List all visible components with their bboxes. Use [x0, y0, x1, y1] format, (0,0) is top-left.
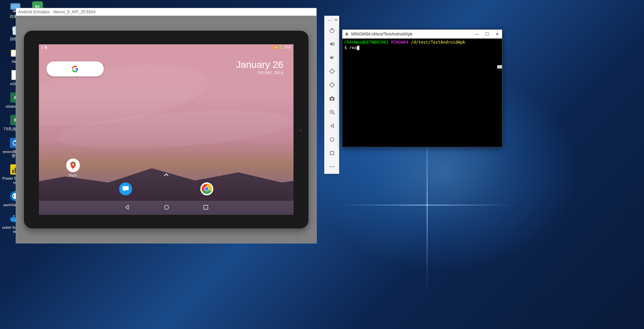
toolbar-volume-down-button[interactable]: [325, 51, 340, 64]
app-icon-maps[interactable]: Maps: [66, 159, 80, 177]
svg-rect-38: [330, 83, 334, 87]
terminal-line: $ rea: [344, 45, 500, 51]
date-main: January 26: [236, 59, 283, 70]
terminal-title: MINGW64:/d/test/TestAndroidApk: [351, 32, 474, 36]
svg-rect-28: [123, 186, 129, 190]
toolbar-close-button[interactable]: ✕: [334, 18, 338, 22]
svg-point-48: [330, 166, 331, 167]
tablet-screen[interactable]: ▯ ▮ 📶 🔋 3:53 January 26 FRIDAY, 2018: [39, 44, 294, 215]
svg-point-46: [330, 138, 334, 141]
toolbar-back-button[interactable]: [325, 119, 340, 133]
terminal-titlebar[interactable]: MINGW64:/d/test/TestAndroidApk — ☐ ✕: [342, 30, 502, 39]
svg-rect-47: [330, 151, 334, 155]
battery-icon: 🔋: [279, 45, 283, 49]
emulator-toolbar: — ✕: [324, 16, 339, 174]
signal-icon: 📶: [273, 45, 277, 49]
homescreen-dock: [39, 181, 294, 197]
nav-home-button[interactable]: [164, 205, 169, 211]
svg-rect-37: [330, 69, 334, 74]
app-label: Maps: [69, 174, 77, 177]
chrome-icon: [201, 183, 213, 195]
svg-point-33: [164, 205, 169, 209]
svg-rect-24: [13, 215, 15, 217]
toolbar-rotate-right-button[interactable]: [325, 78, 340, 92]
nav-back-button[interactable]: [124, 205, 130, 211]
toolbar-rotate-left-button[interactable]: [325, 64, 340, 78]
terminal-user: ChenWes@GETNB02061: [344, 40, 389, 45]
tablet-camera-icon: [300, 130, 302, 132]
status-time: 3:53: [284, 45, 291, 49]
date-sub: FRIDAY, 2018: [236, 71, 283, 75]
toolbar-zoom-button[interactable]: [325, 105, 340, 119]
toolbar-minimize-button[interactable]: —: [328, 18, 332, 22]
terminal-window: MINGW64:/d/test/TestAndroidApk — ☐ ✕ Che…: [342, 29, 502, 147]
terminal-line: ChenWes@GETNB02061 MINGW64 /d/test/TestA…: [344, 40, 500, 45]
toolbar-recents-button[interactable]: [325, 146, 340, 160]
svg-point-40: [331, 98, 333, 100]
terminal-close-button[interactable]: ✕: [495, 32, 500, 36]
android-navbar: [39, 201, 294, 215]
google-search-pill[interactable]: [46, 61, 104, 76]
sim-icon: ▮: [45, 45, 47, 49]
toolbar-volume-up-button[interactable]: [325, 37, 340, 51]
terminal-prompt: $: [344, 45, 347, 50]
google-logo-icon: [72, 65, 78, 72]
messages-icon: [122, 185, 129, 192]
dock-arrow-up-icon[interactable]: [163, 172, 169, 178]
terminal-scrollbar[interactable]: [497, 65, 502, 69]
emulator-window: Android Emulator - Nexus_9_API_25:5554 ▯…: [16, 8, 317, 243]
svg-point-50: [334, 166, 335, 167]
terminal-maximize-button[interactable]: ☐: [484, 32, 490, 36]
mingw-icon: [344, 32, 349, 36]
homescreen-date-widget[interactable]: January 26 FRIDAY, 2018: [236, 59, 283, 75]
sim-icon: ▯: [42, 45, 44, 49]
svg-rect-34: [204, 205, 208, 209]
terminal-command: rea: [349, 45, 357, 50]
nav-recents-button[interactable]: [203, 205, 208, 211]
terminal-path: /d/test/TestAndroidApk: [411, 40, 465, 45]
svg-point-32: [205, 187, 209, 191]
dock-app-chrome[interactable]: [200, 182, 213, 195]
emulator-window-title[interactable]: Android Emulator - Nexus_9_API_25:5554: [16, 8, 316, 16]
svg-rect-41: [331, 96, 333, 98]
tablet-frame: ▯ ▮ 📶 🔋 3:53 January 26 FRIDAY, 2018: [24, 31, 309, 228]
terminal-minimize-button[interactable]: —: [474, 32, 480, 36]
android-status-bar[interactable]: ▯ ▮ 📶 🔋 3:53: [39, 44, 294, 50]
terminal-body[interactable]: ChenWes@GETNB02061 MINGW64 /d/test/TestA…: [342, 39, 502, 52]
toolbar-more-button[interactable]: [325, 160, 340, 174]
dock-app-messages[interactable]: [119, 182, 132, 195]
toolbar-home-button[interactable]: [325, 133, 340, 146]
svg-point-49: [332, 166, 333, 167]
maps-icon: [66, 159, 80, 172]
terminal-mingw: MINGW64: [391, 40, 409, 45]
svg-rect-14: [12, 170, 14, 173]
toolbar-screenshot-button[interactable]: [325, 92, 340, 105]
terminal-cursor-icon: [357, 46, 359, 50]
toolbar-power-button[interactable]: [325, 24, 340, 37]
svg-line-43: [333, 113, 334, 115]
